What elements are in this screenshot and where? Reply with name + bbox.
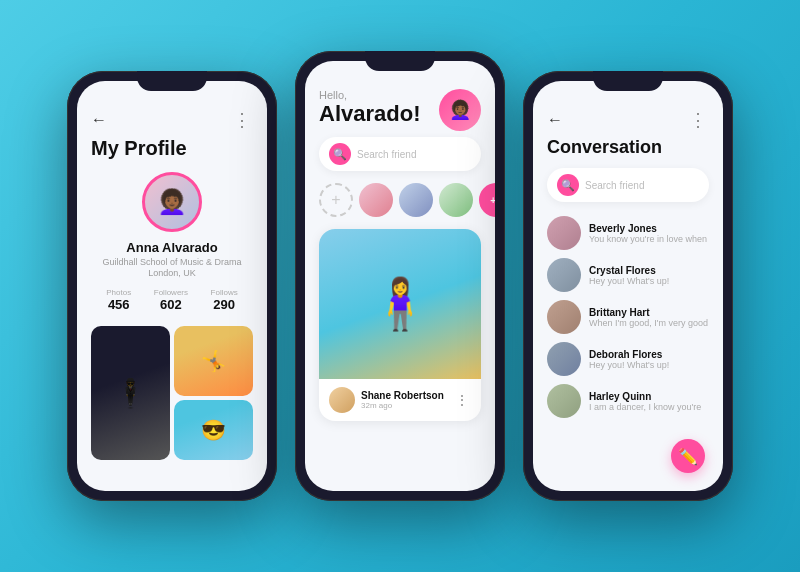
profile-avatar: 👩🏾‍🦱 <box>142 172 202 232</box>
post-user-info: Shane Robertson 32m ago <box>329 387 444 413</box>
conv-name-1: Beverly Jones <box>589 223 709 234</box>
profile-location: London, UK <box>91 268 253 278</box>
conv-name-2: Crystal Flores <box>589 265 709 276</box>
conv-avatar-3 <box>547 300 581 334</box>
photo-person-1: 🕴️ <box>113 377 148 410</box>
photo-cell-2[interactable]: 🤸 <box>174 326 253 396</box>
photo-bg-3: 😎 <box>174 400 253 460</box>
profile-school: Guildhall School of Music & Drama <box>91 257 253 267</box>
notch-1 <box>137 71 207 91</box>
stats-row: Photos 456 Followers 602 Follows 290 <box>91 288 253 312</box>
stat-follows: Follows 290 <box>211 288 238 312</box>
search-placeholder-2: Search friend <box>357 149 416 160</box>
phone-3: ← ⋮ Conversation 🔍 Search friend Beverly… <box>523 71 733 501</box>
photo-bg-1: 🕴️ <box>91 326 170 460</box>
conv-name-3: Brittany Hart <box>589 307 709 318</box>
conv-text-1: Beverly Jones You know you're in love wh… <box>589 223 709 244</box>
search-bar-3[interactable]: 🔍 Search friend <box>547 168 709 202</box>
post-image: 🧍‍♀️ <box>319 229 481 379</box>
compose-fab-button[interactable]: ✏️ <box>671 439 705 473</box>
friend-avatar-1[interactable] <box>359 183 393 217</box>
search-icon-2: 🔍 <box>329 143 351 165</box>
notch-2 <box>365 51 435 71</box>
top-nav-3: ← ⋮ <box>547 109 709 131</box>
post-image-content: 🧍‍♀️ <box>369 275 431 333</box>
profile-name: Anna Alvarado <box>91 240 253 255</box>
conv-msg-5: I am a dancer, I know you're <box>589 402 709 412</box>
friend-avatar-3[interactable] <box>439 183 473 217</box>
hello-screen: 👩🏾‍🦱 Hello, Alvarado! 🔍 Search friend + … <box>305 61 495 491</box>
back-icon-3[interactable]: ← <box>547 111 563 129</box>
conversation-list: Beverly Jones You know you're in love wh… <box>547 216 709 418</box>
conversation-screen: ← ⋮ Conversation 🔍 Search friend Beverly… <box>533 81 723 491</box>
conv-text-2: Crystal Flores Hey you! What's up! <box>589 265 709 286</box>
conv-name-5: Harley Quinn <box>589 391 709 402</box>
profile-screen: ← ⋮ My Profile 👩🏾‍🦱 Anna Alvarado Guildh… <box>77 81 267 491</box>
conv-item-3[interactable]: Brittany Hart When I'm good, I'm very go… <box>547 300 709 334</box>
stat-followers: Followers 602 <box>154 288 188 312</box>
post-footer: Shane Robertson 32m ago ⋮ <box>319 379 481 421</box>
conv-msg-2: Hey you! What's up! <box>589 276 709 286</box>
profile-avatar-emoji: 👩🏾‍🦱 <box>157 188 187 216</box>
stat-follows-label: Follows <box>211 288 238 297</box>
profile-avatar-wrap: 👩🏾‍🦱 <box>91 172 253 232</box>
search-placeholder-3: Search friend <box>585 180 644 191</box>
profile-title: My Profile <box>91 137 253 160</box>
conv-item-4[interactable]: Deborah Flores Hey you! What's up! <box>547 342 709 376</box>
conversation-title: Conversation <box>547 137 709 158</box>
conv-avatar-4 <box>547 342 581 376</box>
post-card[interactable]: 🧍‍♀️ Shane Robertson 32m ago ⋮ <box>319 229 481 421</box>
conv-msg-4: Hey you! What's up! <box>589 360 709 370</box>
stat-photos-value: 456 <box>106 297 131 312</box>
conv-item-5[interactable]: Harley Quinn I am a dancer, I know you'r… <box>547 384 709 418</box>
back-icon-1[interactable]: ← <box>91 111 107 129</box>
screen-2: 👩🏾‍🦱 Hello, Alvarado! 🔍 Search friend + … <box>305 61 495 491</box>
post-user-name: Shane Robertson <box>361 390 444 401</box>
more-icon-1[interactable]: ⋮ <box>233 109 253 131</box>
stat-followers-value: 602 <box>154 297 188 312</box>
search-bar-2[interactable]: 🔍 Search friend <box>319 137 481 171</box>
conv-avatar-5 <box>547 384 581 418</box>
friends-row: + +3 <box>319 183 481 217</box>
search-icon-3: 🔍 <box>557 174 579 196</box>
post-user-details: Shane Robertson 32m ago <box>361 390 444 410</box>
photo-person-2: 🤸 <box>201 349 226 373</box>
photo-grid: 🕴️ 🤸 😎 <box>91 326 253 460</box>
post-more-icon[interactable]: ⋮ <box>455 392 471 408</box>
more-icon-3[interactable]: ⋮ <box>689 109 709 131</box>
top-nav-1: ← ⋮ <box>91 109 253 131</box>
friend-avatar-2[interactable] <box>399 183 433 217</box>
conv-item-2[interactable]: Crystal Flores Hey you! What's up! <box>547 258 709 292</box>
conv-text-5: Harley Quinn I am a dancer, I know you'r… <box>589 391 709 412</box>
conv-name-4: Deborah Flores <box>589 349 709 360</box>
stat-photos: Photos 456 <box>106 288 131 312</box>
stat-photos-label: Photos <box>106 288 131 297</box>
conv-text-4: Deborah Flores Hey you! What's up! <box>589 349 709 370</box>
conv-msg-3: When I'm good, I'm very good <box>589 318 709 328</box>
conv-avatar-2 <box>547 258 581 292</box>
phone-2: 👩🏾‍🦱 Hello, Alvarado! 🔍 Search friend + … <box>295 51 505 501</box>
photo-person-3: 😎 <box>201 418 226 442</box>
add-friend-button[interactable]: + <box>319 183 353 217</box>
hello-avatar: 👩🏾‍🦱 <box>439 89 481 131</box>
conv-avatar-1 <box>547 216 581 250</box>
more-friends-button[interactable]: +3 <box>479 183 495 217</box>
photo-cell-3[interactable]: 😎 <box>174 400 253 460</box>
notch-3 <box>593 71 663 91</box>
conv-item-1[interactable]: Beverly Jones You know you're in love wh… <box>547 216 709 250</box>
stat-followers-label: Followers <box>154 288 188 297</box>
photo-bg-2: 🤸 <box>174 326 253 396</box>
stat-follows-value: 290 <box>211 297 238 312</box>
post-user-avatar <box>329 387 355 413</box>
hello-avatar-emoji: 👩🏾‍🦱 <box>449 99 471 121</box>
conv-msg-1: You know you're in love when <box>589 234 709 244</box>
conv-text-3: Brittany Hart When I'm good, I'm very go… <box>589 307 709 328</box>
photo-cell-1[interactable]: 🕴️ <box>91 326 170 460</box>
phone-1: ← ⋮ My Profile 👩🏾‍🦱 Anna Alvarado Guildh… <box>67 71 277 501</box>
post-time: 32m ago <box>361 401 444 410</box>
screen-3: ← ⋮ Conversation 🔍 Search friend Beverly… <box>533 81 723 491</box>
screen-1: ← ⋮ My Profile 👩🏾‍🦱 Anna Alvarado Guildh… <box>77 81 267 491</box>
